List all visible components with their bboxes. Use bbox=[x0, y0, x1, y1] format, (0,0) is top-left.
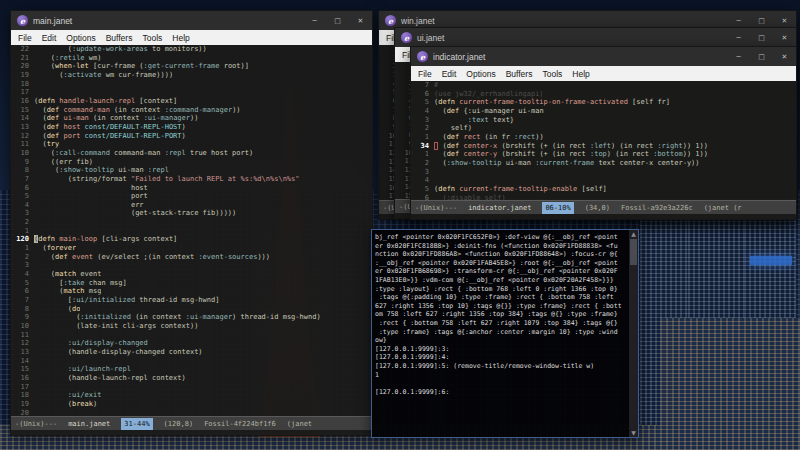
menu-item-tools[interactable]: Tools bbox=[137, 33, 167, 43]
close-button[interactable]: ✕ bbox=[773, 28, 796, 47]
code-line[interactable]: 22 (:update-work-areas to monitors)) bbox=[11, 45, 372, 54]
title-bar[interactable]: e main.janet ─□✕ bbox=[11, 11, 372, 30]
code-line[interactable]: 7 (string/format "Failed to launch REPL … bbox=[11, 175, 372, 184]
code-text: (string/format "Failed to launch REPL at… bbox=[34, 175, 300, 184]
code-line[interactable]: 17 bbox=[11, 383, 372, 392]
code-line[interactable]: 1 (def rect (in fr :rect)) bbox=[411, 133, 796, 142]
code-line[interactable]: 14 (def ui-man (in context :ui-manager)) bbox=[11, 114, 372, 123]
line-number: 5 bbox=[411, 185, 429, 194]
code-line[interactable]: 4 bbox=[411, 176, 796, 185]
code-line[interactable]: 1 bbox=[11, 227, 372, 236]
code-line[interactable]: 16(defn handle-launch-repl [context] bbox=[11, 97, 372, 106]
close-button[interactable]: ✕ bbox=[349, 11, 372, 30]
code-line[interactable]: 1 (def center-y (brshift (+ (in rect :to… bbox=[411, 150, 796, 159]
menu-item-buffers[interactable]: Buffers bbox=[101, 33, 138, 43]
menu-item-tools[interactable]: Tools bbox=[537, 69, 567, 79]
menu-item-buffers[interactable]: Buffers bbox=[501, 69, 538, 79]
code-line[interactable]: 12 (def port const/DEFAULT-REPL-PORT) bbox=[11, 132, 372, 141]
code-line[interactable]: 8 (:show-tooltip ui-man :repl bbox=[11, 166, 372, 175]
terminal-output[interactable]: bj_ref <pointer 0x020F1FC652F0>} :def-vi… bbox=[372, 230, 629, 437]
maximize-button[interactable]: □ bbox=[326, 11, 349, 30]
code-line[interactable]: 15 (def command-man (in context :command… bbox=[11, 106, 372, 115]
code-line[interactable]: 6(use jw32/_errhandlingapi) bbox=[411, 90, 796, 99]
code-line[interactable]: 12 :ui/display-changed bbox=[11, 339, 372, 348]
code-text: (def rect (in fr :rect)) bbox=[434, 133, 544, 142]
scroll-up-arrow[interactable]: ▲ bbox=[631, 230, 636, 238]
code-line[interactable]: 120(defn main-loop [cli-args context] bbox=[11, 235, 372, 244]
terminal-scrollbar[interactable]: ▲ ▼ bbox=[629, 230, 638, 437]
code-line[interactable]: 13 (def host const/DEFAULT-REPL-HOST) bbox=[11, 123, 372, 132]
maximize-button[interactable]: □ bbox=[750, 28, 773, 47]
menu-item-help[interactable]: Help bbox=[567, 69, 594, 79]
code-line[interactable]: 5(defn current-frame-tooltip-enable [sel… bbox=[411, 185, 796, 194]
code-line[interactable]: 19 (:activate wm cur-frame)))) bbox=[11, 71, 372, 80]
code-line[interactable]: 18 bbox=[11, 80, 372, 89]
code-text: (def port const/DEFAULT-REPL-PORT) bbox=[34, 132, 186, 141]
menu-item-edit[interactable]: Edit bbox=[37, 33, 62, 43]
code-line[interactable]: 5 port bbox=[11, 192, 372, 201]
code-line[interactable]: 15 :ui/launch-repl bbox=[11, 365, 372, 374]
code-line[interactable]: 9 ((err fib) bbox=[11, 158, 372, 167]
code-line[interactable]: 3 :text text} bbox=[411, 116, 796, 125]
code-line[interactable]: 3 (get-stack-trace fib))))) bbox=[11, 209, 372, 218]
minimize-button[interactable]: ─ bbox=[727, 47, 750, 66]
menu-item-options[interactable]: Options bbox=[61, 33, 100, 43]
code-line[interactable]: 4 (def {:ui-manager ui-man bbox=[411, 107, 796, 116]
code-area[interactable]: 7# 6(use jw32/_errhandlingapi)5(defn cur… bbox=[411, 81, 796, 200]
line-number: 34 bbox=[411, 142, 429, 151]
code-line[interactable]: 13 (handle-display-changed context) bbox=[11, 348, 372, 357]
code-line[interactable]: 6 host bbox=[11, 184, 372, 193]
minimize-button[interactable]: ─ bbox=[727, 28, 750, 47]
mode-line: -(Unix)---main.janet31-44%(120,8)Fossil-… bbox=[11, 416, 372, 430]
emacs-icon: e bbox=[417, 51, 428, 62]
code-line[interactable]: 11 (try bbox=[11, 140, 372, 149]
maximize-button[interactable]: □ bbox=[750, 47, 773, 66]
code-line[interactable]: 10 (late-init cli-args context)) bbox=[11, 322, 372, 331]
title-bar[interactable]: e indicator.janet ─□✕ bbox=[411, 47, 796, 66]
modeline-vcs: Fossil-4f224bf1f6 bbox=[204, 418, 276, 430]
code-line[interactable]: 1 (forever bbox=[11, 244, 372, 253]
code-line[interactable]: 2 self) bbox=[411, 124, 796, 133]
title-bar[interactable]: e ui.janet ─□✕ bbox=[395, 28, 796, 47]
code-line[interactable]: 20 (when-let [cur-frame (:get-current-fr… bbox=[11, 62, 372, 71]
menu-item-help[interactable]: Help bbox=[167, 33, 194, 43]
menu-item-file[interactable]: File bbox=[13, 33, 37, 43]
window-title: ui.janet bbox=[417, 33, 727, 43]
code-line[interactable]: 20 bbox=[11, 409, 372, 416]
code-line[interactable]: 4 (match event bbox=[11, 270, 372, 279]
menu-item-edit[interactable]: Edit bbox=[437, 69, 462, 79]
code-line[interactable]: 8 (do bbox=[11, 305, 372, 314]
code-line[interactable]: 19 (break) bbox=[11, 400, 372, 409]
code-line[interactable]: 3 bbox=[411, 168, 796, 177]
menu-item-options[interactable]: Options bbox=[461, 69, 500, 79]
repl-terminal-window[interactable]: bj_ref <pointer 0x020F1FC652F0>} :def-vi… bbox=[371, 229, 639, 438]
terminal-line: 1 bbox=[375, 371, 628, 380]
close-button[interactable]: ✕ bbox=[773, 47, 796, 66]
code-line[interactable]: 5 [:take chan msg] bbox=[11, 279, 372, 288]
code-line[interactable]: 21 (:retile wm) bbox=[11, 54, 372, 63]
code-line[interactable]: 3 bbox=[11, 261, 372, 270]
code-line[interactable]: 10 (:call-command command-man :repl true… bbox=[11, 149, 372, 158]
minimize-button[interactable]: ─ bbox=[303, 11, 326, 30]
code-line[interactable]: 7 [:ui/initialized thread-id msg-hwnd] bbox=[11, 296, 372, 305]
code-area[interactable]: 22 (:update-work-areas to monitors))21 (… bbox=[11, 45, 372, 416]
code-line[interactable]: 2 bbox=[11, 218, 372, 227]
code-text: ((err fib) bbox=[34, 158, 93, 167]
code-line[interactable]: 16 (handle-launch-repl context) bbox=[11, 374, 372, 383]
code-line[interactable]: 5(defn current-frame-tooltip-on-frame-ac… bbox=[411, 98, 796, 107]
code-line[interactable]: 11 bbox=[11, 331, 372, 340]
code-line[interactable]: 4 err bbox=[11, 201, 372, 210]
code-line[interactable]: 14 bbox=[11, 357, 372, 366]
scrollbar-thumb[interactable] bbox=[630, 239, 637, 265]
code-line[interactable]: 34 (def center-x (brshift (+ (in rect :l… bbox=[411, 142, 796, 151]
menu-item-file[interactable]: File bbox=[413, 69, 437, 79]
code-line[interactable]: 6 (match msg bbox=[11, 287, 372, 296]
code-line[interactable]: 17 bbox=[11, 88, 372, 97]
code-line[interactable]: 7# bbox=[411, 81, 796, 90]
code-line[interactable]: 9 (:initialized (in context :ui-manager)… bbox=[11, 313, 372, 322]
code-line[interactable]: 2 (:show-tooltip ui-man :current-frame t… bbox=[411, 159, 796, 168]
scroll-down-arrow[interactable]: ▼ bbox=[631, 429, 636, 437]
code-line[interactable]: 18 :ui/exit bbox=[11, 391, 372, 400]
code-text: (do bbox=[34, 305, 80, 314]
code-line[interactable]: 2 (def event (ev/select ;(in context :ev… bbox=[11, 253, 372, 262]
